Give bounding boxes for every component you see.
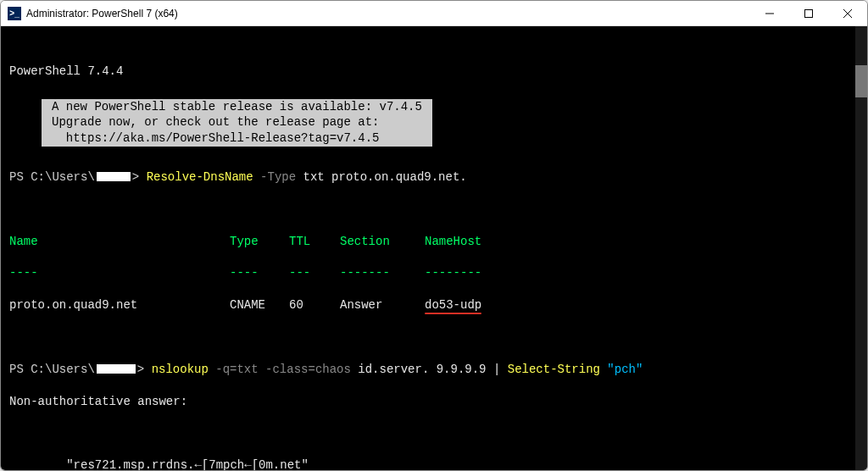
scrollbar-thumb[interactable]	[855, 65, 867, 97]
table-dash-row: --------------------------	[9, 265, 859, 281]
window-title: Administrator: PowerShell 7 (x64)	[26, 8, 178, 19]
non-authoritative-label: Non-authoritative answer:	[9, 394, 859, 410]
redacted-user-2	[97, 364, 136, 374]
terminal-area[interactable]: PowerShell 7.4.4 A new PowerShell stable…	[1, 26, 867, 470]
cell-name: proto.on.quad9.net	[9, 297, 230, 313]
dns-answer-text: "res721.msp.rrdns.←[7mpch←[0m.net"	[66, 458, 309, 470]
col-name: Name	[9, 234, 230, 250]
maximize-button[interactable]	[789, 1, 828, 25]
prompt-1: PS C:\Users\	[9, 170, 95, 184]
close-button[interactable]	[828, 1, 867, 25]
titlebar: >_ Administrator: PowerShell 7 (x64)	[1, 1, 867, 26]
cmd2-args: id.server. 9.9.9.9	[351, 363, 493, 376]
col-ttl: TTL	[289, 234, 340, 250]
powershell-icon: >_	[8, 7, 21, 20]
command-line-1: PS C:\Users\> Resolve-DnsName -Type txt …	[9, 169, 859, 186]
cell-section: Answer	[340, 297, 425, 313]
prompt-2: PS C:\Users\	[9, 363, 95, 376]
cell-ttl: 60	[289, 297, 340, 313]
flags-nslookup: -q=txt -class=chaos	[209, 363, 351, 376]
cell-namehost: do53-udp	[425, 298, 481, 312]
cmd1-args: txt proto.on.quad9.net.	[296, 170, 467, 184]
close-icon	[843, 9, 852, 18]
table-row: proto.on.quad9.netCNAME60Answerdo53-udp	[9, 297, 859, 313]
scrollbar[interactable]	[855, 26, 867, 470]
col-namehost: NameHost	[425, 235, 481, 248]
answer-line: "res721.msp.rrdns.←[7mpch←[0m.net"	[9, 457, 859, 470]
update-line3: https://aka.ms/PowerShell-Release?tag=v7…	[45, 131, 387, 145]
cell-type: CNAME	[230, 297, 289, 313]
minimize-button[interactable]	[750, 1, 789, 25]
table-header-row: NameTypeTTLSectionNameHost	[9, 234, 859, 250]
update-line2: Upgrade now, or check out the release pa…	[45, 115, 387, 129]
version-line: PowerShell 7.4.4	[9, 64, 859, 80]
update-line1: A new PowerShell stable release is avail…	[45, 100, 430, 114]
minimize-icon	[765, 9, 774, 18]
update-notice: A new PowerShell stable release is avail…	[42, 99, 433, 147]
powershell-window: >_ Administrator: PowerShell 7 (x64) Pow…	[0, 0, 868, 471]
cmdlet-nslookup: nslookup	[152, 363, 209, 376]
col-type: Type	[230, 234, 289, 250]
col-section: Section	[340, 234, 425, 250]
svg-rect-1	[805, 9, 813, 17]
string-literal-pch: "pch"	[607, 363, 643, 376]
redacted-user-1	[97, 172, 131, 181]
command-line-2: PS C:\Users\> nslookup -q=txt -class=cha…	[9, 362, 859, 378]
maximize-icon	[804, 9, 813, 18]
flag-type: -Type	[253, 170, 296, 184]
window-controls	[750, 1, 867, 25]
cmdlet-resolve-dnsname: Resolve-DnsName	[147, 170, 253, 184]
cmdlet-select-string: Select-String	[500, 363, 607, 376]
